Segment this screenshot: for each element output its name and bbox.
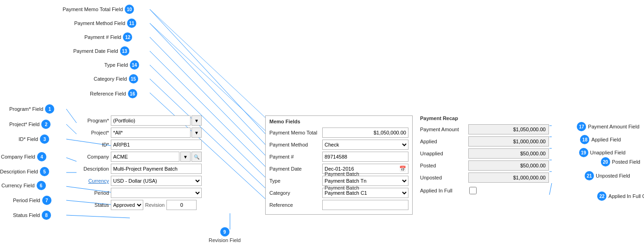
- recap-unposted-label: Unposted: [420, 175, 466, 180]
- company-input[interactable]: ACME: [111, 152, 179, 162]
- badge-1: 1: [45, 104, 54, 114]
- company-label: Company: [72, 154, 109, 160]
- revision-field-text: Revision Field: [209, 237, 241, 243]
- badge-10: 10: [125, 5, 134, 14]
- status-row: Status Approved Revision 0: [72, 199, 202, 211]
- badge-2: 2: [41, 120, 51, 129]
- period-select[interactable]: [111, 188, 202, 198]
- badge-12: 12: [123, 32, 132, 42]
- memo-payment-method-select[interactable]: Check: [322, 140, 408, 150]
- applied-field-label: 18 Applied Field: [580, 135, 621, 144]
- badge-15: 15: [129, 74, 138, 83]
- payment-method-field-label: Payment Method Field 11: [74, 19, 136, 28]
- program-expand-icon[interactable]: ▼: [191, 115, 202, 126]
- recap-applied-row: Applied $1,000,000.00: [420, 136, 549, 147]
- currency-field-label: Currency Field 6: [1, 181, 46, 190]
- project-row: Project* *All* ▼: [72, 127, 202, 138]
- company-row: Company ACME ▼ 🔍: [72, 151, 202, 162]
- memo-payment-date-label: Payment Date: [269, 166, 320, 172]
- reference-field-label: Reference Field 16: [90, 89, 137, 98]
- svg-line-20: [549, 183, 552, 195]
- badge-6: 6: [37, 181, 46, 190]
- memo-payment-num-input[interactable]: 89714588: [322, 152, 408, 162]
- project-input[interactable]: *All*: [111, 128, 191, 138]
- period-label: Period: [72, 190, 109, 196]
- recap-unapplied-label: Unapplied: [420, 151, 466, 156]
- description-input[interactable]: Multi-Project Payment Batch: [111, 164, 202, 174]
- memo-reference-label: Reference: [269, 202, 320, 208]
- payment-memo-total-field-label: Payment Memo Total Field 10: [63, 5, 134, 14]
- badge-9: 9: [220, 227, 230, 236]
- badge-21: 21: [585, 171, 594, 180]
- description-row: Description Multi-Project Payment Batch: [72, 163, 202, 174]
- memo-payment-num-label: Payment #: [269, 154, 320, 160]
- recap-posted-row: Posted $50,000.00: [420, 160, 549, 171]
- recap-applied-label: Applied: [420, 139, 466, 144]
- program-input[interactable]: (Portfolio): [111, 115, 191, 126]
- description-label: Description: [72, 166, 109, 172]
- project-expand-icon[interactable]: ▼: [191, 128, 202, 138]
- unapplied-field-label: 19 Unapplied Field: [579, 148, 625, 157]
- id-input[interactable]: ARPB1: [111, 140, 202, 150]
- recap-posted-value: $50,000.00: [468, 160, 549, 171]
- recap-unposted-value: $1,000,000.00: [468, 172, 549, 183]
- badge-18: 18: [580, 135, 589, 144]
- recap-panel: Payment Recap Payment Amount $1,050,000.…: [420, 115, 549, 196]
- badge-5: 5: [40, 167, 49, 176]
- badge-3: 3: [40, 134, 49, 144]
- program-label: Program*: [72, 118, 109, 123]
- company-dropdown-icon[interactable]: ▼: [180, 152, 191, 162]
- calendar-icon[interactable]: 📅: [399, 166, 406, 172]
- memo-payment-num-row: Payment # 89714588: [269, 151, 408, 162]
- applied-full-checkbox-label: 22 Applied In Full Checkbox: [597, 192, 644, 201]
- badge-20: 20: [601, 157, 610, 166]
- posted-field-label: 20 Posted Field: [601, 157, 640, 166]
- id-label: ID*: [72, 142, 109, 147]
- unposted-field-label: 21 Unposted Field: [585, 171, 630, 180]
- recap-applied-full-row: Applied In Full: [420, 185, 549, 196]
- badge-16: 16: [128, 89, 137, 98]
- currency-label[interactable]: Currency: [72, 178, 109, 184]
- payment-batch-label-2: Payment Batch: [325, 185, 359, 191]
- memo-payment-method-row: Payment Method Check: [269, 139, 408, 150]
- id-field-label: ID* Field 3: [19, 134, 49, 144]
- recap-payment-amount-label: Payment Amount: [420, 127, 466, 132]
- company-search-icon[interactable]: 🔍: [191, 152, 202, 162]
- currency-select[interactable]: USD - Dollar (USA): [111, 176, 202, 186]
- badge-14: 14: [130, 60, 139, 70]
- currency-row: Currency USD - Dollar (USA): [72, 175, 202, 186]
- badge-17: 17: [577, 122, 586, 131]
- period-field-label: Period Field 7: [13, 196, 51, 205]
- company-field-label: Company Field 4: [1, 152, 46, 161]
- recap-unapplied-row: Unapplied $50,000.00: [420, 148, 549, 159]
- payment-amount-field-label: 17 Payment Amount Field: [577, 122, 639, 131]
- revision-input[interactable]: 0: [166, 200, 197, 210]
- recap-payment-amount-row: Payment Amount $1,050,000.00: [420, 124, 549, 135]
- memo-panel: Memo Fields Payment Memo Total $1,050,00…: [265, 115, 413, 215]
- memo-payment-total-label: Payment Memo Total: [269, 130, 320, 135]
- badge-4: 4: [37, 152, 46, 161]
- revision-field-area: 9 Revision Field: [209, 227, 241, 243]
- status-field-label: Status Field 8: [13, 211, 51, 220]
- form-panel: Program* (Portfolio) ▼ Project* *All* ▼ …: [72, 115, 202, 211]
- project-field-label: Project* Field 2: [9, 120, 51, 129]
- status-select[interactable]: Approved: [111, 200, 143, 210]
- memo-payment-total-input[interactable]: $1,050,000.00: [322, 128, 408, 138]
- svg-line-7: [66, 215, 130, 218]
- project-select-wrap: *All* ▼: [111, 128, 202, 138]
- memo-reference-input[interactable]: [322, 200, 408, 210]
- recap-applied-full-label: Applied In Full: [420, 188, 466, 193]
- project-label: Project*: [72, 130, 109, 135]
- badge-8: 8: [42, 211, 51, 220]
- badge-7: 7: [42, 196, 51, 205]
- memo-category-label: Category: [269, 190, 320, 196]
- payment-batch-label-1: Payment Batch: [325, 171, 359, 177]
- period-row: Period: [72, 187, 202, 198]
- memo-reference-row: Reference: [269, 199, 408, 211]
- revision-label-inline: Revision: [145, 202, 165, 208]
- company-select-wrap: ACME ▼ 🔍: [111, 152, 202, 162]
- applied-in-full-checkbox[interactable]: [469, 187, 477, 194]
- program-select-wrap: (Portfolio) ▼: [111, 115, 202, 126]
- badge-19: 19: [579, 148, 588, 157]
- status-label: Status: [72, 202, 109, 208]
